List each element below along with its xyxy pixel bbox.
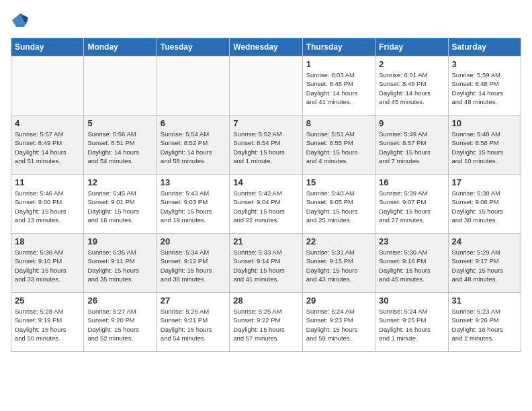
day-number: 23 xyxy=(379,236,444,246)
calendar-cell: 2Sunrise: 6:01 AM Sunset: 8:46 PM Daylig… xyxy=(375,56,448,116)
calendar-cell: 17Sunrise: 5:38 AM Sunset: 9:08 PM Dayli… xyxy=(448,175,521,234)
calendar-week-2: 4Sunrise: 5:57 AM Sunset: 8:49 PM Daylig… xyxy=(11,116,521,175)
day-info: Sunrise: 5:43 AM Sunset: 9:03 PM Dayligh… xyxy=(161,189,226,224)
day-number: 12 xyxy=(87,177,152,187)
day-number: 5 xyxy=(87,118,152,128)
day-info: Sunrise: 5:59 AM Sunset: 8:48 PM Dayligh… xyxy=(452,71,517,106)
day-number: 10 xyxy=(452,118,517,128)
calendar-cell: 4Sunrise: 5:57 AM Sunset: 8:49 PM Daylig… xyxy=(11,116,84,175)
day-info: Sunrise: 5:39 AM Sunset: 9:07 PM Dayligh… xyxy=(379,189,444,224)
day-number: 13 xyxy=(161,177,226,187)
day-info: Sunrise: 5:26 AM Sunset: 9:21 PM Dayligh… xyxy=(161,307,226,342)
day-info: Sunrise: 5:28 AM Sunset: 9:19 PM Dayligh… xyxy=(15,307,80,342)
day-info: Sunrise: 5:27 AM Sunset: 9:20 PM Dayligh… xyxy=(87,307,152,342)
day-info: Sunrise: 5:31 AM Sunset: 9:15 PM Dayligh… xyxy=(306,248,371,283)
day-info: Sunrise: 5:34 AM Sunset: 9:12 PM Dayligh… xyxy=(161,248,226,283)
calendar-cell: 28Sunrise: 5:25 AM Sunset: 9:22 PM Dayli… xyxy=(230,293,302,352)
day-info: Sunrise: 5:33 AM Sunset: 9:14 PM Dayligh… xyxy=(233,248,298,283)
day-info: Sunrise: 5:24 AM Sunset: 9:25 PM Dayligh… xyxy=(379,307,444,342)
calendar-cell: 25Sunrise: 5:28 AM Sunset: 9:19 PM Dayli… xyxy=(11,293,84,352)
day-info: Sunrise: 5:24 AM Sunset: 9:23 PM Dayligh… xyxy=(306,307,371,342)
day-number: 27 xyxy=(161,295,226,306)
day-info: Sunrise: 5:35 AM Sunset: 9:11 PM Dayligh… xyxy=(87,248,152,283)
header-friday: Friday xyxy=(375,38,448,56)
calendar-cell: 5Sunrise: 5:56 AM Sunset: 8:51 PM Daylig… xyxy=(84,116,157,175)
day-info: Sunrise: 5:36 AM Sunset: 9:10 PM Dayligh… xyxy=(15,248,80,283)
calendar-cell: 29Sunrise: 5:24 AM Sunset: 9:23 PM Dayli… xyxy=(302,293,375,352)
day-info: Sunrise: 5:29 AM Sunset: 9:17 PM Dayligh… xyxy=(452,248,517,283)
day-info: Sunrise: 5:46 AM Sunset: 9:00 PM Dayligh… xyxy=(15,189,80,224)
calendar-week-4: 18Sunrise: 5:36 AM Sunset: 9:10 PM Dayli… xyxy=(11,234,521,293)
day-info: Sunrise: 5:56 AM Sunset: 8:51 PM Dayligh… xyxy=(87,130,152,165)
day-info: Sunrise: 5:38 AM Sunset: 9:08 PM Dayligh… xyxy=(452,189,517,224)
day-number: 21 xyxy=(233,236,298,246)
day-info: Sunrise: 5:51 AM Sunset: 8:55 PM Dayligh… xyxy=(306,130,371,165)
day-number: 4 xyxy=(15,118,80,128)
logo-icon xyxy=(11,11,30,30)
calendar-cell: 16Sunrise: 5:39 AM Sunset: 9:07 PM Dayli… xyxy=(375,175,448,234)
calendar-cell: 30Sunrise: 5:24 AM Sunset: 9:25 PM Dayli… xyxy=(375,293,448,352)
header-wednesday: Wednesday xyxy=(230,38,302,56)
calendar-header-row: SundayMondayTuesdayWednesdayThursdayFrid… xyxy=(11,38,521,56)
day-number: 31 xyxy=(452,295,517,306)
day-info: Sunrise: 5:48 AM Sunset: 8:58 PM Dayligh… xyxy=(452,130,517,165)
day-number: 2 xyxy=(379,59,444,69)
day-number: 9 xyxy=(379,118,444,128)
calendar-table: SundayMondayTuesdayWednesdayThursdayFrid… xyxy=(11,38,521,352)
header-monday: Monday xyxy=(84,38,157,56)
day-number: 29 xyxy=(306,295,371,306)
day-number: 7 xyxy=(233,118,298,128)
day-number: 17 xyxy=(452,177,517,187)
day-number: 20 xyxy=(161,236,226,246)
day-info: Sunrise: 5:54 AM Sunset: 8:52 PM Dayligh… xyxy=(161,130,226,165)
calendar-week-1: 1Sunrise: 6:03 AM Sunset: 8:45 PM Daylig… xyxy=(11,56,521,116)
day-number: 11 xyxy=(15,177,80,187)
day-number: 19 xyxy=(87,236,152,246)
calendar-cell: 3Sunrise: 5:59 AM Sunset: 8:48 PM Daylig… xyxy=(448,56,521,116)
calendar-cell: 24Sunrise: 5:29 AM Sunset: 9:17 PM Dayli… xyxy=(448,234,521,293)
calendar-cell: 13Sunrise: 5:43 AM Sunset: 9:03 PM Dayli… xyxy=(157,175,229,234)
calendar-week-3: 11Sunrise: 5:46 AM Sunset: 9:00 PM Dayli… xyxy=(11,175,521,234)
calendar-cell: 14Sunrise: 5:42 AM Sunset: 9:04 PM Dayli… xyxy=(230,175,302,234)
day-number: 24 xyxy=(452,236,517,246)
calendar-cell xyxy=(157,56,229,116)
calendar-cell: 31Sunrise: 5:23 AM Sunset: 9:26 PM Dayli… xyxy=(448,293,521,352)
day-info: Sunrise: 5:25 AM Sunset: 9:22 PM Dayligh… xyxy=(233,307,298,342)
calendar-cell xyxy=(84,56,157,116)
day-info: Sunrise: 6:03 AM Sunset: 8:45 PM Dayligh… xyxy=(306,71,371,106)
day-number: 25 xyxy=(15,295,80,306)
day-number: 1 xyxy=(306,59,371,69)
calendar-cell: 18Sunrise: 5:36 AM Sunset: 9:10 PM Dayli… xyxy=(11,234,84,293)
header-sunday: Sunday xyxy=(11,38,84,56)
calendar-cell xyxy=(11,56,84,116)
calendar-cell: 7Sunrise: 5:52 AM Sunset: 8:54 PM Daylig… xyxy=(230,116,302,175)
logo xyxy=(11,11,32,30)
calendar-cell: 27Sunrise: 5:26 AM Sunset: 9:21 PM Dayli… xyxy=(157,293,229,352)
calendar-cell: 9Sunrise: 5:49 AM Sunset: 8:57 PM Daylig… xyxy=(375,116,448,175)
calendar-cell: 1Sunrise: 6:03 AM Sunset: 8:45 PM Daylig… xyxy=(302,56,375,116)
day-number: 15 xyxy=(306,177,371,187)
page-header xyxy=(11,11,521,30)
day-number: 18 xyxy=(15,236,80,246)
day-number: 6 xyxy=(161,118,226,128)
day-number: 28 xyxy=(233,295,298,306)
day-info: Sunrise: 5:40 AM Sunset: 9:05 PM Dayligh… xyxy=(306,189,371,224)
header-saturday: Saturday xyxy=(448,38,521,56)
calendar-cell xyxy=(230,56,302,116)
header-tuesday: Tuesday xyxy=(157,38,229,56)
day-number: 3 xyxy=(452,59,517,69)
day-number: 8 xyxy=(306,118,371,128)
day-info: Sunrise: 5:45 AM Sunset: 9:01 PM Dayligh… xyxy=(87,189,152,224)
calendar-cell: 22Sunrise: 5:31 AM Sunset: 9:15 PM Dayli… xyxy=(302,234,375,293)
day-number: 22 xyxy=(306,236,371,246)
day-info: Sunrise: 5:52 AM Sunset: 8:54 PM Dayligh… xyxy=(233,130,298,165)
calendar-cell: 15Sunrise: 5:40 AM Sunset: 9:05 PM Dayli… xyxy=(302,175,375,234)
header-thursday: Thursday xyxy=(302,38,375,56)
day-number: 16 xyxy=(379,177,444,187)
calendar-cell: 23Sunrise: 5:30 AM Sunset: 9:16 PM Dayli… xyxy=(375,234,448,293)
day-info: Sunrise: 6:01 AM Sunset: 8:46 PM Dayligh… xyxy=(379,71,444,106)
calendar-cell: 21Sunrise: 5:33 AM Sunset: 9:14 PM Dayli… xyxy=(230,234,302,293)
calendar-cell: 20Sunrise: 5:34 AM Sunset: 9:12 PM Dayli… xyxy=(157,234,229,293)
calendar-week-5: 25Sunrise: 5:28 AM Sunset: 9:19 PM Dayli… xyxy=(11,293,521,352)
day-info: Sunrise: 5:23 AM Sunset: 9:26 PM Dayligh… xyxy=(452,307,517,342)
